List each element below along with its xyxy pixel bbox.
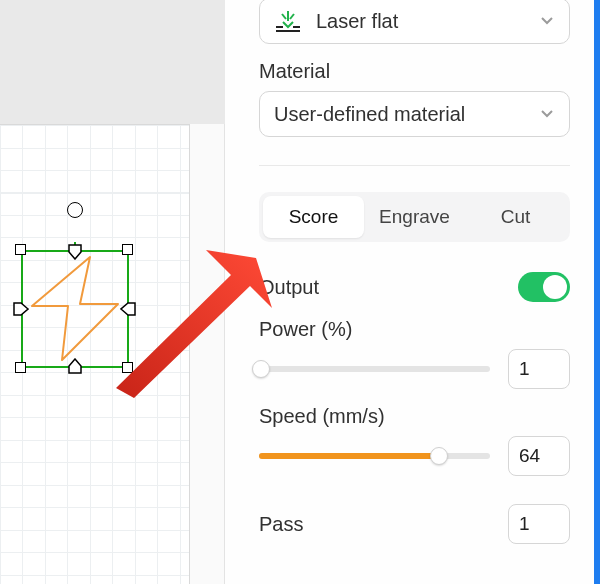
material-selected: User-defined material [274,103,465,126]
power-slider[interactable] [259,366,490,372]
divider [259,165,570,166]
handle-nw[interactable] [15,244,26,255]
speed-label: Speed (mm/s) [259,405,570,428]
pass-value-box[interactable] [508,504,570,544]
output-label: Output [259,276,319,299]
speed-value-box[interactable] [508,436,570,476]
output-toggle[interactable] [518,272,570,302]
laser-flat-icon [274,9,302,33]
handle-se[interactable] [122,362,133,373]
pass-input[interactable] [519,513,559,535]
chevron-down-icon [539,10,555,33]
settings-panel: Laser flat Material User-defined materia… [225,0,600,584]
speed-slider-fill [259,453,439,459]
selected-object[interactable] [18,242,132,372]
handle-ne[interactable] [122,244,133,255]
speed-input[interactable] [519,445,559,467]
rotate-handle[interactable] [67,202,83,218]
object-svg [18,242,132,372]
mode-dropdown[interactable]: Laser flat [259,0,570,44]
canvas-area[interactable] [0,0,225,584]
material-dropdown[interactable]: User-defined material [259,91,570,137]
power-slider-thumb[interactable] [252,360,270,378]
power-value-box[interactable] [508,349,570,389]
workspace-background [0,0,225,124]
power-label: Power (%) [259,318,570,341]
pass-label: Pass [259,513,303,536]
speed-slider[interactable] [259,453,490,459]
tab-engrave[interactable]: Engrave [364,196,465,238]
power-input[interactable] [519,358,559,380]
mode-label: Laser flat [316,10,398,33]
tab-score[interactable]: Score [263,196,364,238]
speed-slider-thumb[interactable] [430,447,448,465]
material-label: Material [259,60,570,83]
tab-cut[interactable]: Cut [465,196,566,238]
mode-tabs: Score Engrave Cut [259,192,570,242]
chevron-down-icon [539,103,555,126]
handle-sw[interactable] [15,362,26,373]
